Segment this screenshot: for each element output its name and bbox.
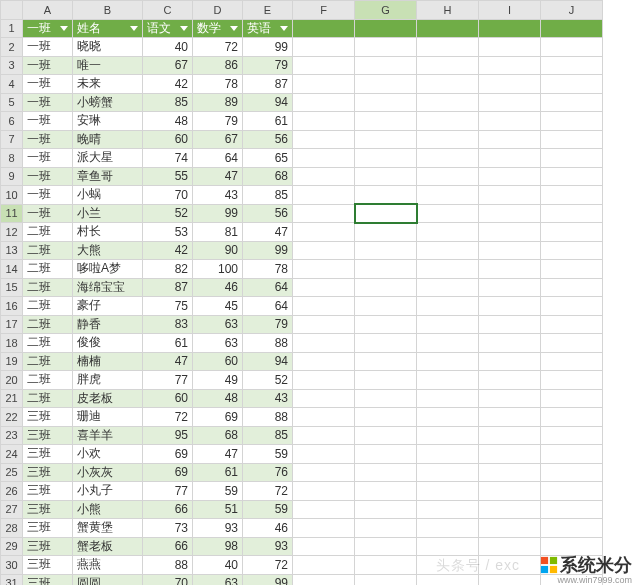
cell-A12[interactable]: 二班 [23, 223, 73, 242]
cell-E14[interactable]: 78 [243, 260, 293, 279]
cell-B17[interactable]: 静香 [73, 315, 143, 334]
row-header-29[interactable]: 29 [1, 537, 23, 556]
cell-F31[interactable] [293, 574, 355, 585]
row-header-27[interactable]: 27 [1, 500, 23, 519]
cell-E4[interactable]: 87 [243, 75, 293, 94]
cell-C21[interactable]: 60 [143, 389, 193, 408]
cell-C15[interactable]: 87 [143, 278, 193, 297]
cell-I3[interactable] [479, 56, 541, 75]
cell-D31[interactable]: 63 [193, 574, 243, 585]
cell-F29[interactable] [293, 537, 355, 556]
cell-E27[interactable]: 59 [243, 500, 293, 519]
cell-F11[interactable] [293, 204, 355, 223]
cell-I13[interactable] [479, 241, 541, 260]
row-header-14[interactable]: 14 [1, 260, 23, 279]
cell-E8[interactable]: 65 [243, 149, 293, 168]
cell-H16[interactable] [417, 297, 479, 316]
cell-J12[interactable] [541, 223, 603, 242]
cell-G10[interactable] [355, 186, 417, 205]
cell-J27[interactable] [541, 500, 603, 519]
cell-F4[interactable] [293, 75, 355, 94]
cell-D23[interactable]: 68 [193, 426, 243, 445]
cell-H8[interactable] [417, 149, 479, 168]
cell-H18[interactable] [417, 334, 479, 353]
cell-E30[interactable]: 72 [243, 556, 293, 575]
cell-H26[interactable] [417, 482, 479, 501]
cell-G9[interactable] [355, 167, 417, 186]
cell-D21[interactable]: 48 [193, 389, 243, 408]
row-header-23[interactable]: 23 [1, 426, 23, 445]
cell-B31[interactable]: 圆圆 [73, 574, 143, 585]
cell-B11[interactable]: 小兰 [73, 204, 143, 223]
cell-A23[interactable]: 三班 [23, 426, 73, 445]
cell-I4[interactable] [479, 75, 541, 94]
cell-G14[interactable] [355, 260, 417, 279]
cell-D11[interactable]: 99 [193, 204, 243, 223]
cell-E16[interactable]: 64 [243, 297, 293, 316]
cell-B29[interactable]: 蟹老板 [73, 537, 143, 556]
cell-B27[interactable]: 小熊 [73, 500, 143, 519]
cell-E31[interactable]: 99 [243, 574, 293, 585]
cell-B7[interactable]: 晚晴 [73, 130, 143, 149]
cell-C30[interactable]: 88 [143, 556, 193, 575]
row-header-25[interactable]: 25 [1, 463, 23, 482]
cell-H27[interactable] [417, 500, 479, 519]
cell-H15[interactable] [417, 278, 479, 297]
cell-A8[interactable]: 一班 [23, 149, 73, 168]
cell-F20[interactable] [293, 371, 355, 390]
cell-D7[interactable]: 67 [193, 130, 243, 149]
cell-E19[interactable]: 94 [243, 352, 293, 371]
row-header-24[interactable]: 24 [1, 445, 23, 464]
cell-J8[interactable] [541, 149, 603, 168]
cell-I26[interactable] [479, 482, 541, 501]
row-header-16[interactable]: 16 [1, 297, 23, 316]
cell-A11[interactable]: 一班 [23, 204, 73, 223]
cell-J18[interactable] [541, 334, 603, 353]
cell-B21[interactable]: 皮老板 [73, 389, 143, 408]
cell-H14[interactable] [417, 260, 479, 279]
cell-F27[interactable] [293, 500, 355, 519]
cell-E21[interactable]: 43 [243, 389, 293, 408]
header-cell-J[interactable] [541, 19, 603, 38]
cell-G28[interactable] [355, 519, 417, 538]
cell-G15[interactable] [355, 278, 417, 297]
row-header-17[interactable]: 17 [1, 315, 23, 334]
cell-E23[interactable]: 85 [243, 426, 293, 445]
row-header-3[interactable]: 3 [1, 56, 23, 75]
cell-I5[interactable] [479, 93, 541, 112]
cell-B18[interactable]: 俊俊 [73, 334, 143, 353]
cell-J24[interactable] [541, 445, 603, 464]
cell-A22[interactable]: 三班 [23, 408, 73, 427]
cell-G31[interactable] [355, 574, 417, 585]
cell-D2[interactable]: 72 [193, 38, 243, 57]
row-header-15[interactable]: 15 [1, 278, 23, 297]
header-cell-B[interactable]: 姓名 [73, 19, 143, 38]
cell-J5[interactable] [541, 93, 603, 112]
header-cell-C[interactable]: 语文 [143, 19, 193, 38]
cell-J16[interactable] [541, 297, 603, 316]
cell-A28[interactable]: 三班 [23, 519, 73, 538]
cell-C3[interactable]: 67 [143, 56, 193, 75]
cell-J15[interactable] [541, 278, 603, 297]
row-header-28[interactable]: 28 [1, 519, 23, 538]
cell-B13[interactable]: 大熊 [73, 241, 143, 260]
cell-A17[interactable]: 二班 [23, 315, 73, 334]
cell-C28[interactable]: 73 [143, 519, 193, 538]
cell-F14[interactable] [293, 260, 355, 279]
cell-A10[interactable]: 一班 [23, 186, 73, 205]
cell-I17[interactable] [479, 315, 541, 334]
cell-C6[interactable]: 48 [143, 112, 193, 131]
col-header-D[interactable]: D [193, 1, 243, 20]
cell-F23[interactable] [293, 426, 355, 445]
cell-A26[interactable]: 三班 [23, 482, 73, 501]
cell-F18[interactable] [293, 334, 355, 353]
cell-F19[interactable] [293, 352, 355, 371]
cell-E25[interactable]: 76 [243, 463, 293, 482]
cell-D28[interactable]: 93 [193, 519, 243, 538]
cell-E3[interactable]: 79 [243, 56, 293, 75]
cell-J26[interactable] [541, 482, 603, 501]
cell-B16[interactable]: 豪仔 [73, 297, 143, 316]
cell-D9[interactable]: 47 [193, 167, 243, 186]
cell-G4[interactable] [355, 75, 417, 94]
row-header-31[interactable]: 31 [1, 574, 23, 585]
